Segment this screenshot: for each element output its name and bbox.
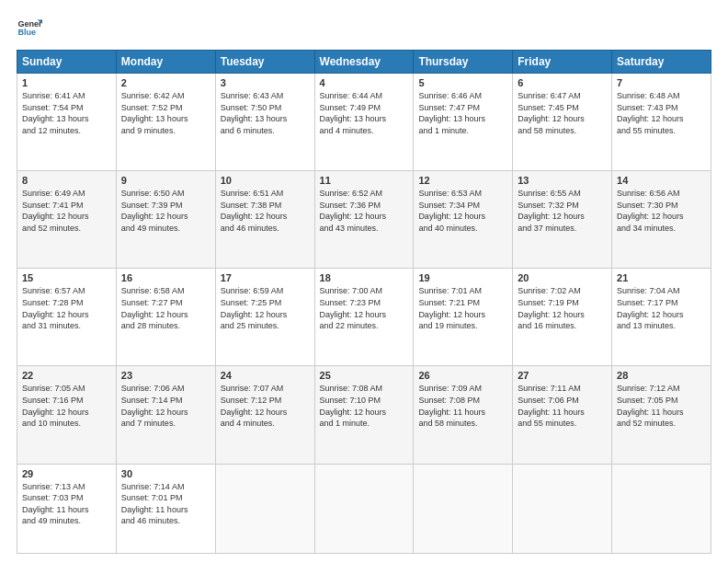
calendar-cell: 7Sunrise: 6:48 AM Sunset: 7:43 PM Daylig… xyxy=(612,74,711,171)
calendar-week-row: 8Sunrise: 6:49 AM Sunset: 7:41 PM Daylig… xyxy=(17,171,711,269)
logo: General Blue xyxy=(17,15,42,40)
day-number: 11 xyxy=(320,175,409,186)
calendar-cell: 27Sunrise: 7:11 AM Sunset: 7:06 PM Dayli… xyxy=(513,366,612,464)
day-info: Sunrise: 6:48 AM Sunset: 7:43 PM Dayligh… xyxy=(617,90,706,136)
calendar-dow-tuesday: Tuesday xyxy=(215,51,314,74)
day-number: 22 xyxy=(22,370,111,381)
calendar-dow-friday: Friday xyxy=(513,51,612,74)
calendar-week-row: 1Sunrise: 6:41 AM Sunset: 7:54 PM Daylig… xyxy=(17,74,711,171)
calendar-cell: 22Sunrise: 7:05 AM Sunset: 7:16 PM Dayli… xyxy=(17,366,117,464)
day-info: Sunrise: 6:44 AM Sunset: 7:49 PM Dayligh… xyxy=(320,90,409,136)
calendar-cell: 21Sunrise: 7:04 AM Sunset: 7:17 PM Dayli… xyxy=(612,269,711,366)
day-number: 27 xyxy=(518,370,607,381)
calendar-cell: 23Sunrise: 7:06 AM Sunset: 7:14 PM Dayli… xyxy=(116,366,215,464)
calendar-cell: 18Sunrise: 7:00 AM Sunset: 7:23 PM Dayli… xyxy=(314,269,414,366)
day-number: 2 xyxy=(121,77,210,88)
calendar-week-row: 29Sunrise: 7:13 AM Sunset: 7:03 PM Dayli… xyxy=(17,464,711,553)
day-number: 1 xyxy=(22,77,111,88)
calendar-cell: 14Sunrise: 6:56 AM Sunset: 7:30 PM Dayli… xyxy=(612,171,711,269)
calendar-cell xyxy=(612,464,711,553)
day-info: Sunrise: 7:06 AM Sunset: 7:14 PM Dayligh… xyxy=(121,383,210,429)
calendar-cell: 8Sunrise: 6:49 AM Sunset: 7:41 PM Daylig… xyxy=(17,171,117,269)
day-number: 9 xyxy=(121,175,210,186)
calendar-cell: 3Sunrise: 6:43 AM Sunset: 7:50 PM Daylig… xyxy=(215,74,314,171)
calendar-dow-saturday: Saturday xyxy=(612,51,711,74)
day-number: 23 xyxy=(121,370,210,381)
day-info: Sunrise: 7:09 AM Sunset: 7:08 PM Dayligh… xyxy=(418,383,507,429)
day-number: 6 xyxy=(518,77,607,88)
calendar-cell: 11Sunrise: 6:52 AM Sunset: 7:36 PM Dayli… xyxy=(314,171,414,269)
calendar-cell: 4Sunrise: 6:44 AM Sunset: 7:49 PM Daylig… xyxy=(314,74,414,171)
day-info: Sunrise: 7:04 AM Sunset: 7:17 PM Dayligh… xyxy=(617,285,706,331)
calendar-dow-thursday: Thursday xyxy=(414,51,513,74)
header: General Blue xyxy=(17,15,711,40)
day-number: 17 xyxy=(221,272,310,283)
day-info: Sunrise: 6:59 AM Sunset: 7:25 PM Dayligh… xyxy=(221,285,310,331)
day-info: Sunrise: 7:02 AM Sunset: 7:19 PM Dayligh… xyxy=(518,285,607,331)
calendar-cell: 20Sunrise: 7:02 AM Sunset: 7:19 PM Dayli… xyxy=(513,269,612,366)
svg-text:Blue: Blue xyxy=(17,28,36,37)
calendar-cell: 17Sunrise: 6:59 AM Sunset: 7:25 PM Dayli… xyxy=(215,269,314,366)
calendar-cell: 16Sunrise: 6:58 AM Sunset: 7:27 PM Dayli… xyxy=(116,269,215,366)
day-info: Sunrise: 6:52 AM Sunset: 7:36 PM Dayligh… xyxy=(320,188,409,234)
calendar-cell: 30Sunrise: 7:14 AM Sunset: 7:01 PM Dayli… xyxy=(116,464,215,553)
calendar-dow-wednesday: Wednesday xyxy=(314,51,414,74)
calendar-header-row: SundayMondayTuesdayWednesdayThursdayFrid… xyxy=(17,51,711,74)
day-number: 10 xyxy=(221,175,310,186)
calendar-dow-sunday: Sunday xyxy=(17,51,117,74)
day-number: 30 xyxy=(121,468,210,479)
day-number: 24 xyxy=(221,370,310,381)
day-number: 20 xyxy=(518,272,607,283)
day-info: Sunrise: 6:51 AM Sunset: 7:38 PM Dayligh… xyxy=(221,188,310,234)
day-info: Sunrise: 7:00 AM Sunset: 7:23 PM Dayligh… xyxy=(320,285,409,331)
day-number: 25 xyxy=(320,370,409,381)
day-number: 7 xyxy=(617,77,706,88)
calendar-cell: 24Sunrise: 7:07 AM Sunset: 7:12 PM Dayli… xyxy=(215,366,314,464)
day-info: Sunrise: 6:42 AM Sunset: 7:52 PM Dayligh… xyxy=(121,90,210,136)
calendar-week-row: 22Sunrise: 7:05 AM Sunset: 7:16 PM Dayli… xyxy=(17,366,711,464)
calendar-cell xyxy=(414,464,513,553)
day-number: 14 xyxy=(617,175,706,186)
day-info: Sunrise: 7:01 AM Sunset: 7:21 PM Dayligh… xyxy=(418,285,507,331)
day-info: Sunrise: 7:14 AM Sunset: 7:01 PM Dayligh… xyxy=(121,481,210,527)
calendar-cell xyxy=(215,464,314,553)
day-number: 26 xyxy=(418,370,507,381)
day-number: 13 xyxy=(518,175,607,186)
day-number: 12 xyxy=(418,175,507,186)
calendar-cell: 19Sunrise: 7:01 AM Sunset: 7:21 PM Dayli… xyxy=(414,269,513,366)
calendar-cell: 5Sunrise: 6:46 AM Sunset: 7:47 PM Daylig… xyxy=(414,74,513,171)
day-info: Sunrise: 6:47 AM Sunset: 7:45 PM Dayligh… xyxy=(518,90,607,136)
day-info: Sunrise: 7:12 AM Sunset: 7:05 PM Dayligh… xyxy=(617,383,706,429)
day-info: Sunrise: 6:50 AM Sunset: 7:39 PM Dayligh… xyxy=(121,188,210,234)
day-info: Sunrise: 6:46 AM Sunset: 7:47 PM Dayligh… xyxy=(418,90,507,136)
day-number: 16 xyxy=(121,272,210,283)
day-info: Sunrise: 6:56 AM Sunset: 7:30 PM Dayligh… xyxy=(617,188,706,234)
day-info: Sunrise: 6:49 AM Sunset: 7:41 PM Dayligh… xyxy=(22,188,111,234)
logo-icon: General Blue xyxy=(17,15,42,40)
calendar-cell: 2Sunrise: 6:42 AM Sunset: 7:52 PM Daylig… xyxy=(116,74,215,171)
calendar-cell: 1Sunrise: 6:41 AM Sunset: 7:54 PM Daylig… xyxy=(17,74,117,171)
calendar-cell xyxy=(314,464,414,553)
day-number: 8 xyxy=(22,175,111,186)
day-number: 29 xyxy=(22,468,111,479)
day-number: 4 xyxy=(320,77,409,88)
calendar-cell: 29Sunrise: 7:13 AM Sunset: 7:03 PM Dayli… xyxy=(17,464,117,553)
calendar-cell xyxy=(513,464,612,553)
day-info: Sunrise: 6:57 AM Sunset: 7:28 PM Dayligh… xyxy=(22,285,111,331)
calendar-dow-monday: Monday xyxy=(116,51,215,74)
day-info: Sunrise: 7:05 AM Sunset: 7:16 PM Dayligh… xyxy=(22,383,111,429)
calendar-cell: 15Sunrise: 6:57 AM Sunset: 7:28 PM Dayli… xyxy=(17,269,117,366)
day-info: Sunrise: 6:55 AM Sunset: 7:32 PM Dayligh… xyxy=(518,188,607,234)
day-number: 19 xyxy=(418,272,507,283)
calendar-cell: 28Sunrise: 7:12 AM Sunset: 7:05 PM Dayli… xyxy=(612,366,711,464)
calendar-cell: 9Sunrise: 6:50 AM Sunset: 7:39 PM Daylig… xyxy=(116,171,215,269)
calendar-cell: 26Sunrise: 7:09 AM Sunset: 7:08 PM Dayli… xyxy=(414,366,513,464)
calendar-table: SundayMondayTuesdayWednesdayThursdayFrid… xyxy=(17,50,711,554)
day-number: 28 xyxy=(617,370,706,381)
calendar-cell: 10Sunrise: 6:51 AM Sunset: 7:38 PM Dayli… xyxy=(215,171,314,269)
day-info: Sunrise: 7:08 AM Sunset: 7:10 PM Dayligh… xyxy=(320,383,409,429)
day-info: Sunrise: 7:11 AM Sunset: 7:06 PM Dayligh… xyxy=(518,383,607,429)
day-info: Sunrise: 6:53 AM Sunset: 7:34 PM Dayligh… xyxy=(418,188,507,234)
day-number: 5 xyxy=(418,77,507,88)
day-info: Sunrise: 7:13 AM Sunset: 7:03 PM Dayligh… xyxy=(22,481,111,527)
